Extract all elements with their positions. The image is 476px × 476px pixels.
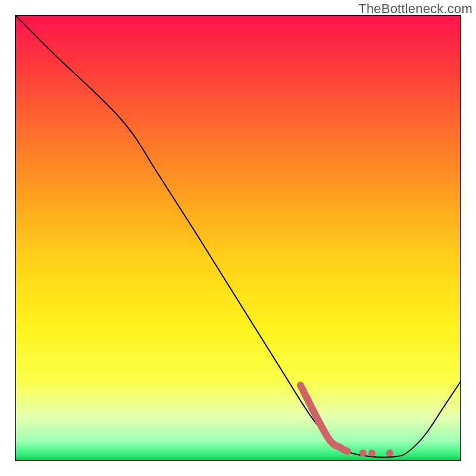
- gradient-background: [15, 15, 461, 461]
- highlight-dot: [359, 450, 367, 457]
- highlight-dot: [368, 450, 375, 457]
- chart-container: TheBottleneck.com: [0, 0, 476, 476]
- highlight-dot: [386, 450, 393, 457]
- chart-svg: [15, 15, 461, 461]
- plot-area: [15, 15, 461, 461]
